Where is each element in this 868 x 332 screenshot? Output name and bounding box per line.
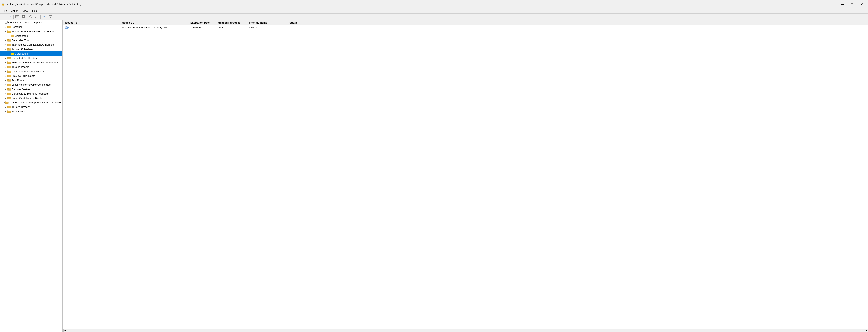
svg-rect-22 bbox=[7, 71, 11, 72]
tree-expand-icon[interactable]: ▸ bbox=[4, 75, 7, 77]
maximize-button[interactable]: □ bbox=[847, 1, 857, 7]
properties-button[interactable] bbox=[48, 14, 53, 20]
tree-item-smart-card[interactable]: ▸ Smart Card Trusted Roots bbox=[0, 96, 62, 100]
certificate-icon: ✓ bbox=[65, 26, 69, 29]
svg-rect-29 bbox=[5, 102, 8, 104]
back-button[interactable]: ← bbox=[1, 14, 6, 20]
help-button[interactable]: ? bbox=[41, 14, 47, 20]
folder-icon bbox=[5, 101, 9, 104]
tree-item-trusted-devices[interactable]: ▸ Trusted Devices bbox=[0, 105, 62, 109]
right-pane: Issued ToIssued ByExpiration DateIntende… bbox=[63, 20, 868, 332]
tree-item-preview-build[interactable]: ▸ Preview Build Roots bbox=[0, 73, 62, 78]
scroll-right-button[interactable]: ▶ bbox=[865, 329, 868, 332]
tree-expand-icon[interactable]: ▸ bbox=[4, 110, 7, 112]
svg-rect-24 bbox=[7, 79, 11, 81]
minimize-button[interactable]: — bbox=[838, 1, 847, 7]
tree-expand-icon[interactable]: ▸ bbox=[4, 26, 7, 28]
tree-label: Untrusted Certificates bbox=[11, 57, 37, 60]
tree-expand-icon[interactable]: ▸ bbox=[4, 61, 7, 64]
tree-label: Trusted Devices bbox=[11, 105, 30, 108]
tree-expand-icon[interactable]: ▸ bbox=[4, 66, 7, 68]
tree-expand-icon[interactable]: ▸ bbox=[4, 93, 7, 95]
menu-action[interactable]: Action bbox=[9, 9, 21, 13]
col-header-intended-purposes[interactable]: Intended Purposes bbox=[215, 21, 247, 25]
menu-help[interactable]: Help bbox=[30, 9, 40, 13]
tree-item-trusted-people[interactable]: ▸ Trusted People bbox=[0, 65, 62, 69]
tree-item-trusted-root-certs[interactable]: Certificates bbox=[0, 34, 62, 38]
folder-icon bbox=[7, 48, 11, 51]
col-header-expiration-date[interactable]: Expiration Date bbox=[189, 21, 215, 25]
cell-issued-to: ✓ bbox=[63, 26, 120, 30]
tree-label: Test Roots bbox=[11, 79, 24, 82]
tree-expand-icon[interactable]: ▸ bbox=[4, 106, 7, 108]
tree-label: Personal bbox=[11, 26, 22, 29]
tree-item-local-nonremovable[interactable]: ▸ Local NonRemovable Certificates bbox=[0, 82, 62, 87]
tree-expand-icon[interactable]: ▸ bbox=[4, 70, 7, 72]
title-bar: 🔒 certlm - [Certificates - Local Compute… bbox=[0, 0, 868, 8]
svg-marker-7 bbox=[36, 15, 38, 16]
folder-icon bbox=[7, 74, 11, 77]
tree-item-test-roots[interactable]: ▸ Test Roots bbox=[0, 78, 62, 82]
tree-expand-icon[interactable]: ▸ bbox=[4, 97, 7, 99]
tree-item-untrusted[interactable]: ▸ Untrusted Certificates bbox=[0, 56, 62, 60]
tree-expand-icon[interactable]: ▸ bbox=[4, 88, 7, 90]
col-header-friendly-name[interactable]: Friendly Name bbox=[247, 21, 288, 25]
tree-item-web-hosting[interactable]: ▸ Web Hosting bbox=[0, 109, 62, 113]
tree-item-third-party[interactable]: ▸ Third-Party Root Certification Authori… bbox=[0, 60, 62, 65]
tree-pane[interactable]: Certificates - Local Computer▸ Personal▾… bbox=[0, 20, 63, 332]
tree-item-root[interactable]: Certificates - Local Computer bbox=[0, 20, 62, 25]
forward-button[interactable]: → bbox=[7, 14, 12, 20]
tree-label: Smart Card Trusted Roots bbox=[11, 97, 42, 100]
svg-text:✓: ✓ bbox=[68, 28, 68, 29]
tree-item-personal[interactable]: ▸ Personal bbox=[0, 25, 62, 29]
tree-expand-icon[interactable]: ▸ bbox=[4, 44, 7, 46]
tree-expand-icon[interactable]: ▸ bbox=[4, 57, 7, 59]
svg-rect-18 bbox=[11, 53, 14, 55]
tree-expand-icon[interactable]: ▸ bbox=[4, 79, 7, 81]
tree-item-remote-desktop[interactable]: ▸ Remote Desktop bbox=[0, 87, 62, 91]
tree-expand-icon[interactable]: ▾ bbox=[4, 30, 7, 33]
tree-expand-icon[interactable]: ▸ bbox=[4, 84, 7, 86]
tree-item-trusted-publishers[interactable]: ▾ Trusted Publishers bbox=[0, 47, 62, 51]
tree-label: Client Authentication Issuers bbox=[11, 70, 45, 73]
col-header-issued-to[interactable]: Issued To bbox=[63, 21, 120, 25]
svg-rect-17 bbox=[7, 44, 11, 46]
tree-label: Third-Party Root Certification Authoriti… bbox=[11, 61, 58, 64]
svg-rect-5 bbox=[35, 17, 38, 18]
toolbar: ← → ? bbox=[0, 13, 868, 20]
tree-expand-icon[interactable]: ▾ bbox=[4, 48, 7, 50]
folder-icon bbox=[7, 39, 11, 42]
tree-item-trusted-publishers-certs[interactable]: Certificates bbox=[0, 51, 62, 56]
menu-view[interactable]: View bbox=[21, 9, 30, 13]
tree-label: Certificates bbox=[15, 52, 28, 55]
tree-item-enterprise-trust[interactable]: ▸ Enterprise Trust bbox=[0, 38, 62, 42]
tree-item-cert-enrollment[interactable]: ▸ Certificate Enrollment Requests bbox=[0, 91, 62, 96]
export-button[interactable] bbox=[34, 14, 40, 20]
col-header-status[interactable]: Status bbox=[288, 21, 308, 25]
properties-icon bbox=[49, 15, 52, 19]
svg-rect-30 bbox=[7, 106, 11, 108]
tree-item-trusted-root[interactable]: ▾ Trusted Root Certification Authorities bbox=[0, 29, 62, 34]
tree-label: Intermediate Certification Authorities bbox=[11, 43, 54, 46]
table-row[interactable]: ✓Microsoft Root Certificate Authority 20… bbox=[63, 26, 868, 30]
tree-item-client-auth[interactable]: ▸ Client Authentication Issuers bbox=[0, 69, 62, 73]
svg-rect-13 bbox=[5, 23, 7, 24]
refresh-button[interactable] bbox=[28, 14, 34, 20]
data-area[interactable]: ✓Microsoft Root Certificate Authority 20… bbox=[63, 26, 868, 329]
title-bar-controls: — □ ✕ bbox=[838, 1, 866, 7]
folder-icon bbox=[7, 26, 11, 28]
close-button[interactable]: ✕ bbox=[857, 1, 866, 7]
menu-file[interactable]: File bbox=[1, 9, 9, 13]
tree-label: Certificates bbox=[15, 34, 28, 37]
tree-item-intermediate[interactable]: ▸ Intermediate Certification Authorities bbox=[0, 42, 62, 47]
show-hide-console-button[interactable] bbox=[14, 14, 20, 20]
tree-expand-icon[interactable]: ▸ bbox=[4, 39, 7, 41]
tree-item-trusted-packaged[interactable]: ▸ Trusted Packaged App Installation Auth… bbox=[0, 100, 62, 105]
scroll-left-button[interactable]: ◀ bbox=[63, 329, 67, 332]
svg-rect-21 bbox=[7, 66, 11, 68]
scroll-track[interactable] bbox=[67, 329, 865, 332]
new-window-button[interactable] bbox=[21, 14, 26, 20]
folder-icon bbox=[7, 43, 11, 46]
horizontal-scrollbar[interactable]: ◀ ▶ bbox=[63, 329, 868, 332]
col-header-issued-by[interactable]: Issued By bbox=[120, 21, 189, 25]
